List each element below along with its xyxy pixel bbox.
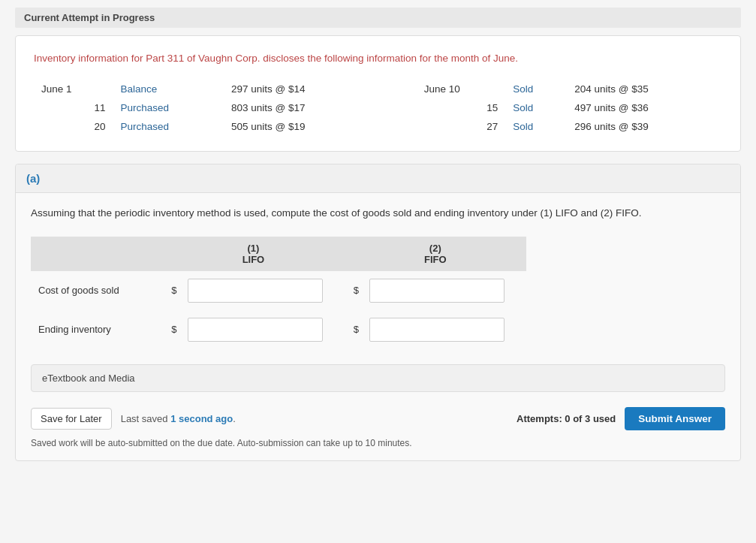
left-qty-2: 803 units @ $17 xyxy=(224,98,379,117)
left-action-3: Purchased xyxy=(113,117,224,136)
left-action-2: Purchased xyxy=(113,98,224,117)
right-action-3: Sold xyxy=(505,117,567,136)
left-qty-1: 297 units @ $14 xyxy=(224,80,379,98)
inventory-table: June 1 Balance 297 units @ $14 June 10 S… xyxy=(34,80,722,136)
lifo-cost-dollar: $ xyxy=(162,271,179,310)
right-date-3: 27 xyxy=(417,117,506,136)
left-date-2: 11 xyxy=(34,98,113,117)
left-action-1: Balance xyxy=(113,80,224,98)
answer-table: (1)LIFO (2)FIFO Cost of goods sold $ $ xyxy=(31,237,526,349)
auto-submit-text: Saved work will be auto-submitted on the… xyxy=(31,438,725,448)
section-a-body: Assuming that the periodic inventory met… xyxy=(16,193,740,460)
lifo-cost-input-cell[interactable] xyxy=(180,271,345,310)
lifo-cost-input[interactable] xyxy=(188,279,323,303)
fifo-cost-input[interactable] xyxy=(369,279,505,303)
ending-inventory-row: Ending inventory $ $ xyxy=(31,310,526,349)
section-a-header: (a) xyxy=(16,164,740,193)
last-saved-text: Last saved 1 second ago. xyxy=(121,413,236,424)
fifo-inv-input-cell[interactable] xyxy=(362,310,526,349)
table-row: June 1 Balance 297 units @ $14 June 10 S… xyxy=(34,80,722,98)
footer-bar: Save for Later Last saved 1 second ago. … xyxy=(31,401,725,433)
left-qty-3: 505 units @ $19 xyxy=(224,117,379,136)
section-a-label: (a) xyxy=(26,164,40,192)
attempts-text: Attempts: 0 of 3 used xyxy=(517,413,616,424)
lifo-header: (1)LIFO xyxy=(162,237,344,271)
table-row: 20 Purchased 505 units @ $19 27 Sold 296… xyxy=(34,117,722,136)
lifo-inv-input-cell[interactable] xyxy=(180,310,345,349)
right-action-2: Sold xyxy=(505,98,567,117)
current-attempt-bar: Current Attempt in Progress xyxy=(15,8,741,28)
left-date-1: June 1 xyxy=(34,80,113,98)
cost-of-goods-label: Cost of goods sold xyxy=(31,271,162,310)
fifo-cost-dollar: $ xyxy=(345,271,362,310)
inventory-description: Inventory information for Part 311 of Va… xyxy=(34,51,722,66)
save-later-button[interactable]: Save for Later xyxy=(31,408,112,430)
fifo-header: (2)FIFO xyxy=(345,237,526,271)
right-qty-3: 296 units @ $39 xyxy=(567,117,722,136)
fifo-inv-input[interactable] xyxy=(369,318,505,342)
inventory-card: Inventory information for Part 311 of Va… xyxy=(15,35,741,152)
fifo-cost-input-cell[interactable] xyxy=(362,271,526,310)
question-text: Assuming that the periodic inventory met… xyxy=(31,205,725,222)
footer-right: Attempts: 0 of 3 used Submit Answer xyxy=(517,407,725,430)
last-saved-time: 1 second ago xyxy=(170,413,233,424)
fifo-inv-dollar: $ xyxy=(345,310,362,349)
col-empty-header xyxy=(31,237,162,271)
right-date-1: June 10 xyxy=(417,80,506,98)
right-date-2: 15 xyxy=(417,98,506,117)
ending-inventory-label: Ending inventory xyxy=(31,310,162,349)
lifo-inv-dollar: $ xyxy=(162,310,179,349)
left-date-3: 20 xyxy=(34,117,113,136)
section-a-card: (a) Assuming that the periodic inventory… xyxy=(15,164,741,461)
etextbook-bar[interactable]: eTextbook and Media xyxy=(31,364,725,392)
submit-answer-button[interactable]: Submit Answer xyxy=(625,407,725,430)
right-qty-1: 204 units @ $35 xyxy=(567,80,722,98)
right-qty-2: 497 units @ $36 xyxy=(567,98,722,117)
cost-of-goods-row: Cost of goods sold $ $ xyxy=(31,271,526,310)
footer-left: Save for Later Last saved 1 second ago. xyxy=(31,408,236,430)
table-row: 11 Purchased 803 units @ $17 15 Sold 497… xyxy=(34,98,722,117)
right-action-1: Sold xyxy=(505,80,567,98)
lifo-inv-input[interactable] xyxy=(188,318,323,342)
